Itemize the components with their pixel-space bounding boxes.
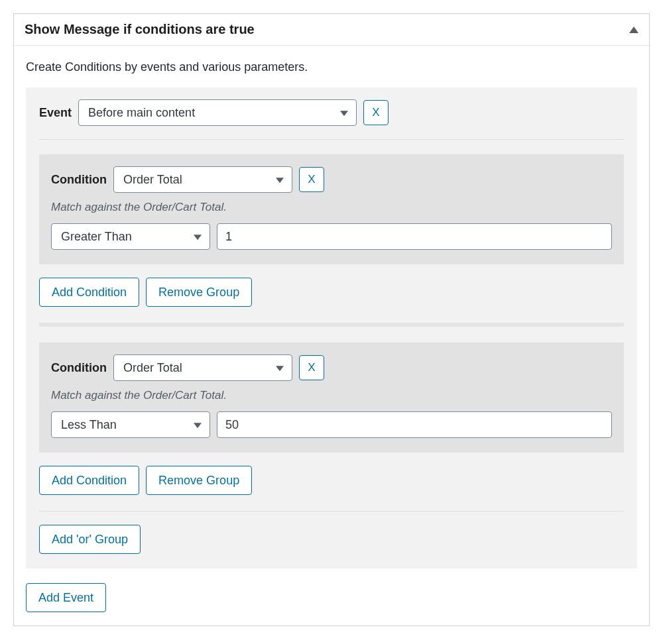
condition-description: Match against the Order/Cart Total. bbox=[51, 201, 612, 214]
condition-value-input[interactable] bbox=[217, 223, 612, 250]
divider bbox=[39, 511, 624, 511]
condition-label: Condition bbox=[51, 361, 107, 375]
panel-title: Show Message if conditions are true bbox=[25, 22, 255, 37]
group-divider bbox=[39, 323, 624, 327]
condition-type-select[interactable]: Order Total bbox=[113, 354, 292, 381]
add-event-button[interactable]: Add Event bbox=[26, 583, 106, 612]
event-label: Event bbox=[39, 106, 72, 120]
event-block: Event Before main content X Condition Or… bbox=[26, 87, 637, 568]
add-or-group-button[interactable]: Add 'or' Group bbox=[39, 525, 141, 554]
condition-operator-select[interactable]: Greater Than bbox=[51, 223, 210, 250]
condition-card: Condition Order Total X Match against th… bbox=[39, 343, 624, 453]
condition-card: Condition Order Total X Match against th… bbox=[39, 154, 624, 264]
add-condition-button[interactable]: Add Condition bbox=[39, 278, 139, 307]
panel-intro-text: Create Conditions by events and various … bbox=[26, 60, 637, 74]
condition-label: Condition bbox=[51, 173, 107, 187]
conditions-panel: Show Message if conditions are true Crea… bbox=[13, 13, 650, 626]
panel-header[interactable]: Show Message if conditions are true bbox=[14, 14, 649, 46]
divider bbox=[39, 139, 624, 140]
condition-operator-select[interactable]: Less Than bbox=[51, 411, 210, 438]
add-condition-button[interactable]: Add Condition bbox=[39, 466, 139, 495]
event-row: Event Before main content X bbox=[39, 99, 624, 126]
condition-value-row: Greater Than bbox=[51, 223, 612, 250]
condition-value-input[interactable] bbox=[217, 411, 612, 438]
or-group-row: Add 'or' Group bbox=[39, 525, 624, 568]
condition-select-row: Condition Order Total X bbox=[51, 166, 612, 193]
remove-condition-button[interactable]: X bbox=[299, 355, 324, 380]
remove-group-button[interactable]: Remove Group bbox=[146, 278, 252, 307]
remove-event-button[interactable]: X bbox=[363, 100, 389, 125]
condition-type-select[interactable]: Order Total bbox=[113, 166, 292, 193]
condition-value-row: Less Than bbox=[51, 411, 612, 438]
event-select[interactable]: Before main content bbox=[78, 99, 357, 126]
remove-condition-button[interactable]: X bbox=[299, 167, 324, 192]
group-actions-row: Add Condition Remove Group bbox=[39, 278, 624, 307]
panel-body: Create Conditions by events and various … bbox=[14, 46, 649, 625]
group-actions-row: Add Condition Remove Group bbox=[39, 466, 624, 495]
condition-select-row: Condition Order Total X bbox=[51, 354, 612, 381]
condition-description: Match against the Order/Cart Total. bbox=[51, 389, 612, 402]
remove-group-button[interactable]: Remove Group bbox=[146, 466, 252, 495]
chevron-up-icon bbox=[629, 27, 638, 33]
add-event-row: Add Event bbox=[26, 583, 637, 612]
